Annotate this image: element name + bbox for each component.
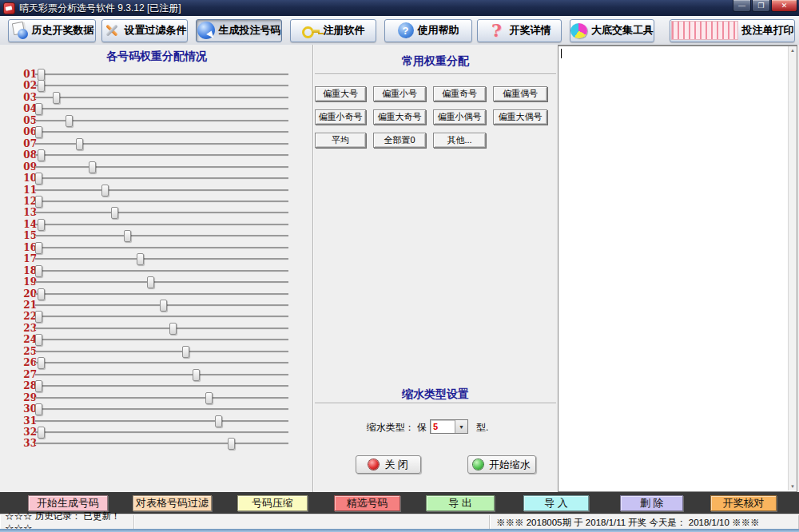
slider-track[interactable] — [35, 212, 288, 214]
toolbar-button-intersect-pie[interactable]: 大底交集工具 — [570, 19, 654, 42]
bottom-action-button[interactable]: 导 入 — [523, 495, 589, 511]
slider-track[interactable] — [35, 431, 288, 434]
preset-button[interactable]: 平均 — [315, 133, 366, 148]
bottom-action-button[interactable]: 精选号码 — [334, 495, 400, 511]
slider-thumb[interactable] — [137, 253, 144, 265]
scroll-up-icon[interactable]: ▲ — [789, 46, 797, 54]
vertical-scrollbar[interactable]: ▲ ▼ — [788, 46, 797, 490]
slider-thumb[interactable] — [53, 92, 60, 104]
bottom-action-button[interactable]: 开奖核对 — [710, 495, 777, 511]
slider-thumb[interactable] — [124, 230, 131, 242]
slider-track[interactable] — [35, 108, 288, 110]
preset-button[interactable]: 偏重偶号 — [493, 86, 547, 101]
slider-thumb[interactable] — [101, 185, 109, 197]
shrink-type-dropdown[interactable]: 5 ▼ — [430, 419, 468, 434]
result-list-panel[interactable]: ▲ ▼ — [558, 45, 797, 492]
slider-thumb[interactable] — [215, 415, 222, 427]
toolbar-button-generate-globe[interactable]: 生成投注号码 — [196, 19, 282, 42]
slider-thumb[interactable] — [228, 438, 235, 450]
preset-button[interactable]: 偏重奇号 — [433, 86, 486, 101]
slider-thumb[interactable] — [38, 149, 45, 161]
slider-track[interactable] — [35, 443, 288, 445]
slider-thumb[interactable] — [38, 357, 45, 369]
preset-button[interactable]: 全部置0 — [373, 133, 426, 148]
toolbar-button-register-key[interactable]: 注册软件 — [290, 19, 376, 42]
bottom-action-button[interactable]: 导 出 — [426, 495, 495, 511]
slider-thumb[interactable] — [169, 323, 177, 335]
slider-thumb[interactable] — [111, 207, 118, 219]
slider-track[interactable] — [35, 408, 288, 411]
slider-track[interactable] — [35, 189, 288, 192]
slider-track[interactable] — [35, 339, 288, 341]
slider-thumb[interactable] — [35, 242, 42, 254]
close-button[interactable]: 关 闭 — [356, 455, 421, 474]
preset-button[interactable]: 偏重大号 — [315, 86, 366, 101]
slider-thumb[interactable] — [35, 265, 42, 277]
slider-track[interactable] — [35, 385, 288, 387]
slider-track[interactable] — [35, 97, 288, 99]
slider-track[interactable] — [35, 120, 288, 122]
start-shrink-button[interactable]: 开始缩水 — [467, 455, 536, 474]
slider-track[interactable] — [35, 316, 288, 318]
slider-thumb[interactable] — [35, 103, 42, 115]
slider-track[interactable] — [35, 397, 288, 399]
slider-track[interactable] — [35, 293, 288, 296]
slider-thumb[interactable] — [89, 161, 96, 173]
slider-thumb[interactable] — [35, 311, 42, 323]
slider-thumb[interactable] — [35, 196, 42, 208]
slider-track[interactable] — [35, 351, 288, 353]
toolbar-button-history-data[interactable]: 历史开奖数据 — [8, 19, 96, 42]
slider-thumb[interactable] — [205, 392, 213, 404]
slider-thumb[interactable] — [160, 300, 167, 312]
slider-thumb[interactable] — [35, 380, 42, 392]
slider-thumb[interactable] — [38, 288, 45, 300]
bottom-action-button[interactable]: 号码压缩 — [237, 495, 308, 511]
close-button[interactable]: ✕ — [771, 0, 797, 12]
slider-track[interactable] — [35, 235, 288, 237]
toolbar-button-lottery-question[interactable]: ?开奖详情 — [477, 19, 562, 42]
toolbar-button-ticket-print[interactable]: 投注单打印 — [670, 19, 795, 42]
slider-track[interactable] — [35, 224, 288, 226]
slider-thumb[interactable] — [182, 346, 189, 358]
slider-track[interactable] — [35, 143, 288, 145]
slider-thumb[interactable] — [35, 126, 42, 138]
maximize-button[interactable]: ❐ — [752, 0, 770, 12]
slider-track[interactable] — [35, 131, 288, 133]
slider-track[interactable] — [35, 258, 288, 260]
preset-button[interactable]: 偏重大偶号 — [493, 109, 547, 125]
slider-thumb[interactable] — [193, 369, 200, 381]
slider-track[interactable] — [35, 328, 288, 330]
slider-thumb[interactable] — [35, 403, 42, 415]
toolbar-button-filter-tools[interactable]: 设置过滤条件 — [101, 19, 188, 42]
bottom-action-button[interactable]: 删 除 — [620, 495, 683, 511]
slider-thumb[interactable] — [76, 138, 83, 150]
slider-track[interactable] — [35, 362, 288, 364]
slider-track[interactable] — [35, 154, 288, 157]
bottom-action-button[interactable]: 对表格号码过滤 — [133, 495, 212, 511]
slider-track[interactable] — [35, 420, 288, 423]
slider-track[interactable] — [35, 177, 288, 180]
slider-thumb[interactable] — [38, 219, 45, 231]
slider-thumb[interactable] — [38, 80, 45, 92]
slider-track[interactable] — [35, 270, 288, 272]
slider-thumb[interactable] — [147, 276, 154, 288]
preset-button[interactable]: 偏重小奇号 — [315, 109, 366, 125]
slider-thumb[interactable] — [38, 427, 45, 439]
bottom-action-button[interactable]: 开始生成号码 — [28, 495, 108, 511]
slider-thumb[interactable] — [66, 115, 73, 127]
slider-track[interactable] — [35, 281, 288, 284]
slider-track[interactable] — [35, 200, 288, 203]
chevron-down-icon[interactable]: ▼ — [455, 420, 467, 433]
slider-thumb[interactable] — [35, 173, 42, 185]
toolbar-button-help[interactable]: ?使用帮助 — [384, 19, 472, 42]
preset-button[interactable]: 其他... — [433, 133, 486, 148]
slider-track[interactable] — [35, 166, 288, 169]
slider-track[interactable] — [35, 304, 288, 307]
minimize-button[interactable]: — — [733, 0, 751, 12]
preset-button[interactable]: 偏重小偶号 — [433, 109, 486, 125]
preset-button[interactable]: 偏重小号 — [373, 86, 426, 101]
slider-track[interactable] — [35, 374, 288, 376]
slider-track[interactable] — [35, 85, 288, 87]
slider-track[interactable] — [35, 247, 288, 249]
slider-track[interactable] — [35, 73, 288, 76]
